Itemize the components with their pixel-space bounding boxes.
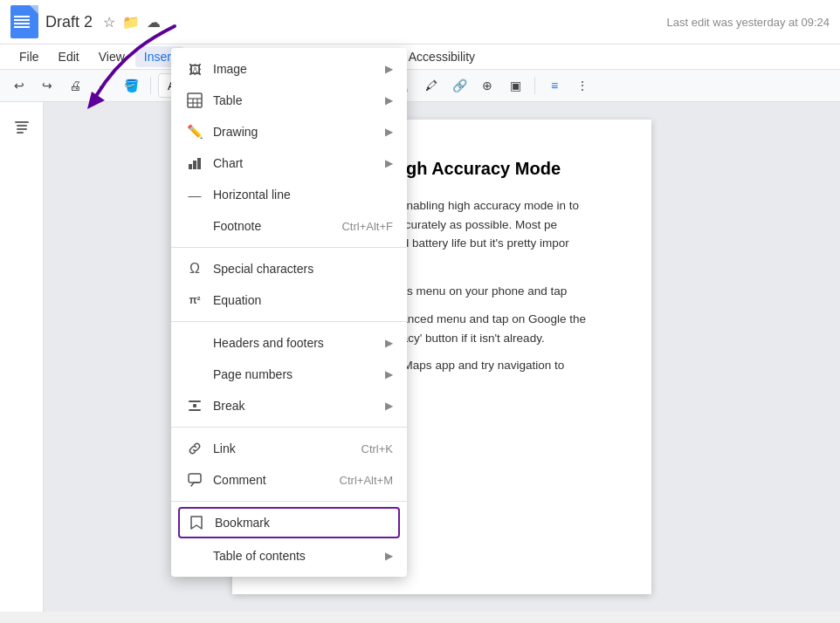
menu-item-horizontal-line[interactable]: — Horizontal line — [171, 179, 407, 210]
arrow-icon-drawing: ▶ — [385, 126, 393, 138]
redo-button[interactable]: ↪ — [35, 73, 59, 98]
menu-item-equation[interactable]: π² Equation — [171, 284, 407, 316]
folder-icon[interactable]: 📁 — [122, 14, 140, 31]
paint-format-button[interactable]: 🪣 — [119, 73, 143, 98]
toolbar-divider-4 — [534, 77, 535, 94]
footnote-icon — [185, 216, 204, 236]
chart-icon — [185, 154, 204, 173]
menu-item-drawing[interactable]: ✏️ Drawing ▶ — [171, 116, 407, 147]
menu-edit[interactable]: Edit — [50, 46, 88, 67]
print-button[interactable]: 🖨 — [63, 73, 87, 98]
link-icon — [185, 439, 204, 458]
top-bar: Draft 2 ☆ 📁 ☁ Last edit was yesterday at… — [0, 0, 840, 44]
break-icon — [185, 396, 204, 415]
menu-accessibility[interactable]: Accessibility — [400, 46, 484, 67]
comment-icon — [185, 470, 204, 490]
arrow-icon-image: ▶ — [385, 63, 393, 75]
svg-rect-2 — [17, 128, 27, 130]
divider-1 — [171, 247, 407, 248]
image-icon: 🖼 — [185, 59, 204, 79]
insert-dropdown-menu: 🖼 Image ▶ Table ▶ ✏️ Drawing ▶ — [171, 48, 407, 577]
menu-file[interactable]: File — [10, 46, 48, 67]
menu-item-headers-footers[interactable]: Headers and footers ▶ — [171, 327, 407, 359]
arrow-icon-chart: ▶ — [385, 157, 393, 169]
divider-4 — [171, 501, 407, 502]
sidebar — [0, 102, 44, 612]
link-button[interactable]: 🔗 — [447, 73, 472, 98]
undo-button[interactable]: ↩ — [7, 73, 31, 98]
svg-rect-11 — [197, 158, 201, 169]
more-options-button[interactable]: ⋮ — [570, 73, 595, 98]
main-area: 6. Enable the High Accuracy Mode As the … — [0, 102, 840, 612]
svg-rect-10 — [193, 161, 196, 169]
drawing-icon: ✏️ — [185, 122, 204, 141]
toolbar: ↩ ↪ 🖨 ✓ 🪣 Arial − + B I U A 🖍 🔗 ⊕ ▣ ≡ ⋮ — [0, 70, 840, 102]
svg-rect-13 — [189, 409, 201, 411]
arrow-icon-break: ▶ — [385, 400, 393, 412]
page-numbers-icon — [185, 365, 204, 384]
special-chars-icon: Ω — [185, 259, 204, 278]
insert-misc-button[interactable]: ▣ — [503, 73, 527, 98]
svg-rect-0 — [15, 121, 29, 123]
menu-view[interactable]: View — [90, 46, 134, 67]
arrow-icon-toc: ▶ — [385, 550, 393, 562]
footnote-shortcut: Ctrl+Alt+F — [341, 220, 393, 233]
spellcheck-button[interactable]: ✓ — [91, 73, 115, 98]
doc-icon — [10, 5, 38, 38]
divider-2 — [171, 321, 407, 322]
arrow-icon-table: ▶ — [385, 94, 393, 106]
equation-icon: π² — [185, 291, 204, 310]
svg-rect-3 — [17, 132, 24, 134]
menu-item-chart[interactable]: Chart ▶ — [171, 147, 407, 179]
menu-item-toc[interactable]: Table of contents ▶ — [171, 540, 407, 572]
title-icons: ☆ 📁 ☁ — [103, 14, 161, 31]
table-icon — [185, 91, 204, 110]
arrow-icon-headers: ▶ — [385, 337, 393, 349]
svg-rect-9 — [189, 164, 192, 169]
svg-rect-14 — [193, 404, 196, 407]
highlight-button[interactable]: 🖍 — [419, 73, 444, 98]
link-shortcut: Ctrl+K — [361, 442, 393, 455]
menu-item-special-characters[interactable]: Ω Special characters — [171, 253, 407, 284]
align-left-button[interactable]: ≡ — [542, 73, 567, 98]
cloud-icon[interactable]: ☁ — [147, 14, 161, 31]
last-edit: Last edit was yesterday at 09:24 — [667, 16, 830, 29]
menu-bar: File Edit View Insert Format Tools Add-o… — [0, 44, 840, 70]
document-area: 6. Enable the High Accuracy Mode As the … — [44, 102, 840, 612]
toolbar-divider-1 — [150, 77, 151, 94]
svg-rect-4 — [188, 93, 202, 107]
comment-shortcut: Ctrl+Alt+M — [340, 474, 393, 487]
svg-rect-12 — [189, 400, 201, 402]
svg-rect-1 — [17, 125, 27, 127]
horizontal-line-icon: — — [185, 185, 204, 204]
bookmark-icon — [187, 513, 206, 532]
insert-image-button[interactable]: ⊕ — [475, 73, 499, 98]
menu-item-footnote[interactable]: Footnote Ctrl+Alt+F — [171, 210, 407, 242]
menu-item-bookmark[interactable]: Bookmark — [178, 507, 400, 538]
arrow-icon-page-numbers: ▶ — [385, 368, 393, 380]
toc-icon — [185, 546, 204, 565]
star-icon[interactable]: ☆ — [103, 14, 115, 31]
doc-title: Draft 2 — [45, 13, 93, 31]
menu-item-break[interactable]: Break ▶ — [171, 390, 407, 421]
divider-3 — [171, 427, 407, 428]
menu-item-table[interactable]: Table ▶ — [171, 85, 407, 116]
menu-item-link[interactable]: Link Ctrl+K — [171, 433, 407, 464]
menu-item-page-numbers[interactable]: Page numbers ▶ — [171, 359, 407, 390]
svg-rect-15 — [189, 474, 201, 483]
menu-item-image[interactable]: 🖼 Image ▶ — [171, 53, 407, 85]
headers-icon — [185, 333, 204, 353]
outline-icon[interactable] — [8, 113, 36, 140]
menu-item-comment[interactable]: Comment Ctrl+Alt+M — [171, 464, 407, 496]
